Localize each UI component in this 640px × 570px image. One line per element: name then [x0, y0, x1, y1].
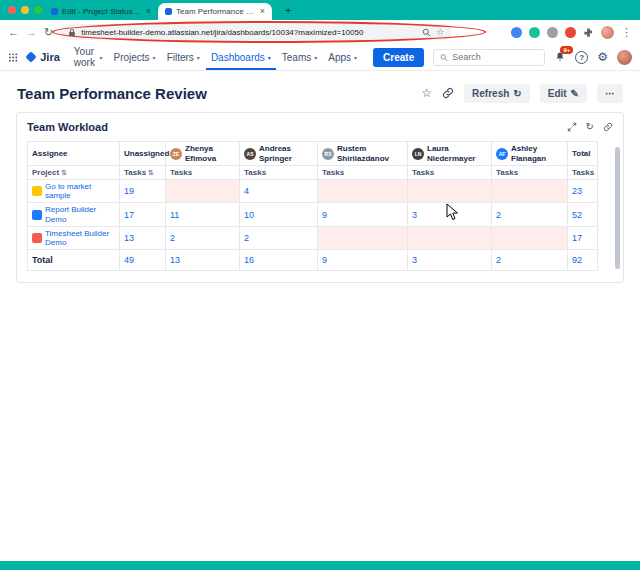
- vertical-scrollbar[interactable]: [615, 147, 620, 269]
- tasks-column-header[interactable]: Tasks: [240, 166, 318, 180]
- zoom-icon[interactable]: [422, 28, 431, 37]
- row-total-link[interactable]: 52: [572, 210, 582, 220]
- task-count-link[interactable]: 2: [496, 210, 501, 220]
- create-button[interactable]: Create: [373, 48, 424, 67]
- empty-cell: [166, 180, 240, 203]
- bookmark-star-icon[interactable]: ☆: [436, 28, 444, 37]
- gadget-header: Team Workload ↻: [27, 121, 613, 133]
- total-column-header: Total: [572, 149, 591, 158]
- nav-item-projects[interactable]: Projects▾: [108, 44, 160, 70]
- column-total-link[interactable]: 13: [170, 255, 180, 265]
- task-count-link[interactable]: 9: [322, 210, 327, 220]
- project-link[interactable]: Report Builder Demo: [45, 205, 115, 223]
- search-box[interactable]: [433, 49, 545, 66]
- assignee-unassigned: Unassigned: [124, 149, 169, 158]
- chevron-down-icon: ▾: [314, 54, 317, 61]
- tasks-column-header[interactable]: Tasks: [568, 166, 598, 180]
- tasks-column-header[interactable]: Tasks: [408, 166, 492, 180]
- lock-icon: [68, 28, 76, 37]
- dashboard-header: Team Performance Review ☆ Refresh↻ Edit✎…: [0, 77, 640, 109]
- column-total-link[interactable]: 2: [496, 255, 501, 265]
- nav-item-filters[interactable]: Filters▾: [162, 44, 205, 70]
- project-icon: [32, 233, 42, 243]
- column-total-link[interactable]: 49: [124, 255, 134, 265]
- pencil-icon: ✎: [571, 88, 579, 99]
- address-bar[interactable]: timesheet-builder-demo.atlassian.net/jir…: [60, 24, 452, 40]
- browser-menu-icon[interactable]: ⋮: [621, 27, 632, 38]
- notifications-button[interactable]: 9+: [554, 51, 566, 63]
- back-icon[interactable]: ←: [8, 27, 19, 38]
- close-window-button[interactable]: [8, 6, 16, 14]
- tasks-header-row: Project⇅ Tasks⇅ Tasks Tasks Tasks Tasks …: [28, 166, 598, 180]
- task-count-link[interactable]: 4: [244, 186, 249, 196]
- task-count-link[interactable]: 2: [170, 233, 175, 243]
- tasks-column-header[interactable]: Tasks: [492, 166, 568, 180]
- collapse-expand-icon[interactable]: [567, 122, 577, 132]
- browser-tab-active[interactable]: Team Performance Review ×: [158, 3, 272, 20]
- task-count-link[interactable]: 13: [124, 233, 134, 243]
- project-link[interactable]: Timesheet Builder Demo: [45, 229, 115, 247]
- minimize-window-button[interactable]: [21, 6, 29, 14]
- nav-item-apps[interactable]: Apps▾: [323, 44, 362, 70]
- row-total-link[interactable]: 23: [572, 186, 582, 196]
- tasks-column-header[interactable]: Tasks: [166, 166, 240, 180]
- nav-item-your-work[interactable]: Your work▾: [69, 44, 108, 70]
- grand-total-link[interactable]: 92: [572, 255, 582, 265]
- nav-item-dashboards[interactable]: Dashboards▾: [206, 44, 276, 70]
- help-button[interactable]: ?: [575, 51, 588, 64]
- more-button[interactable]: ⋯: [597, 84, 623, 103]
- share-link-icon[interactable]: [442, 87, 454, 99]
- sort-icon[interactable]: ⇅: [148, 169, 154, 176]
- settings-gear-icon[interactable]: ⚙: [597, 51, 608, 63]
- forward-icon[interactable]: →: [26, 27, 37, 38]
- column-total-link[interactable]: 16: [244, 255, 254, 265]
- tasks-column-header[interactable]: Tasks⇅: [120, 166, 166, 180]
- empty-cell: [408, 226, 492, 249]
- tasks-column-header[interactable]: Tasks: [318, 166, 408, 180]
- close-tab-icon[interactable]: ×: [260, 7, 265, 16]
- reload-icon[interactable]: ↻: [44, 27, 53, 38]
- close-tab-icon[interactable]: ×: [146, 7, 151, 16]
- project-link[interactable]: Go to market sample: [45, 182, 115, 200]
- extensions-puzzle-icon[interactable]: [583, 27, 594, 38]
- sort-icon[interactable]: ⇅: [61, 169, 67, 176]
- window-controls: [8, 6, 42, 14]
- extension-icon[interactable]: [529, 27, 540, 38]
- task-count-link[interactable]: 3: [412, 210, 417, 220]
- dashboard-actions: ☆ Refresh↻ Edit✎ ⋯: [421, 84, 623, 103]
- browser-profile-avatar[interactable]: [601, 26, 614, 39]
- jira-logo[interactable]: Jira: [27, 51, 60, 63]
- extension-icon[interactable]: [511, 27, 522, 38]
- task-count-link[interactable]: 19: [124, 186, 134, 196]
- extension-icon[interactable]: [565, 27, 576, 38]
- gadget-link-icon[interactable]: [603, 122, 613, 132]
- task-count-link[interactable]: 17: [124, 210, 134, 220]
- project-column-header[interactable]: Project⇅: [28, 166, 120, 180]
- column-total-link[interactable]: 3: [412, 255, 417, 265]
- jira-logo-icon: [26, 51, 37, 62]
- favorite-star-icon[interactable]: ☆: [421, 87, 432, 99]
- gadget-refresh-icon[interactable]: ↻: [586, 122, 594, 132]
- refresh-button[interactable]: Refresh↻: [464, 84, 530, 103]
- app-switcher-icon[interactable]: [8, 52, 18, 63]
- user-avatar[interactable]: [617, 50, 632, 65]
- edit-button[interactable]: Edit✎: [540, 84, 587, 103]
- task-count-link[interactable]: 10: [244, 210, 254, 220]
- task-count-link[interactable]: 11: [170, 210, 179, 220]
- task-count-link[interactable]: 2: [244, 233, 249, 243]
- new-tab-button[interactable]: +: [285, 4, 291, 16]
- chevron-down-icon: ▾: [268, 54, 271, 61]
- tab-strip: Edit - Project Status Report × Team Perf…: [44, 3, 272, 20]
- extension-icon[interactable]: [547, 27, 558, 38]
- project-icon: [32, 186, 42, 196]
- row-total-link[interactable]: 17: [572, 233, 582, 243]
- avatar: AF: [496, 148, 508, 160]
- browser-tab-inactive[interactable]: Edit - Project Status Report ×: [44, 3, 158, 20]
- browser-window: Edit - Project Status Report × Team Perf…: [0, 0, 640, 570]
- chevron-down-icon: ▾: [99, 54, 102, 61]
- zoom-window-button[interactable]: [34, 6, 42, 14]
- search-input[interactable]: [452, 52, 538, 62]
- desktop-strip: [0, 561, 640, 570]
- nav-item-teams[interactable]: Teams▾: [277, 44, 322, 70]
- column-total-link[interactable]: 9: [322, 255, 327, 265]
